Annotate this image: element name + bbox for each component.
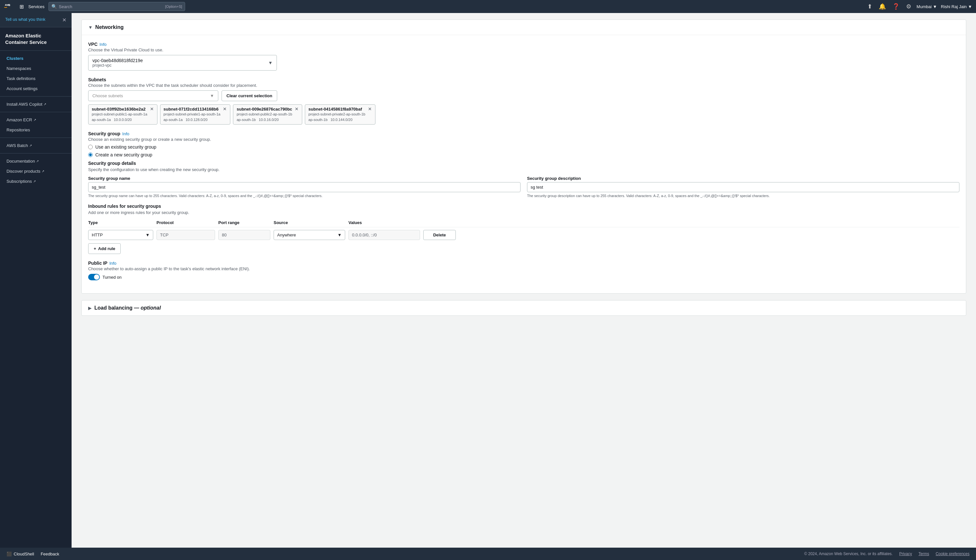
inbound-rules-title: Inbound rules for security groups — [88, 203, 959, 209]
sidebar-app-title: Amazon Elastic Container Service — [0, 27, 72, 51]
public-ip-toggle[interactable] — [88, 274, 100, 280]
vpc-selector[interactable]: vpc-0aeb48d6818fd219e project-vpc ▼ — [88, 55, 277, 70]
subnet-tag-3: subnet-04145861f8a970baf project-subnet-… — [305, 104, 375, 125]
col-values: Values — [349, 220, 420, 225]
load-balancing-section-header[interactable]: ▶ Load balancing — optional — [82, 300, 966, 315]
add-rule-button[interactable]: + Add rule — [88, 243, 121, 254]
search-icon: 🔍 — [52, 4, 57, 9]
subnet-remove-2[interactable]: ✕ — [295, 107, 299, 111]
grid-icon[interactable]: ⊞ — [20, 3, 24, 10]
feedback-button[interactable]: Feedback — [41, 552, 59, 557]
sidebar-item-documentation[interactable]: Documentation ↗ — [0, 156, 72, 166]
radio-new-sg-input[interactable] — [88, 153, 93, 157]
load-balancing-title: Load balancing — optional — [94, 305, 161, 311]
vpc-info-link[interactable]: Info — [100, 42, 107, 47]
inbound-rules-desc: Add one or more ingress rules for your s… — [88, 210, 959, 215]
sidebar-item-task-definitions[interactable]: Task definitions — [0, 73, 72, 83]
app-name-line1: Amazon Elastic Container Service — [5, 33, 67, 45]
inbound-source-select[interactable]: Anywhere ▼ — [274, 230, 345, 240]
subnet-tag-0: subnet-03ff92be1636be2a2 project-subnet-… — [88, 104, 157, 125]
sidebar-item-namespaces[interactable]: Namespaces — [0, 63, 72, 73]
region-selector[interactable]: Mumbai ▼ — [916, 4, 937, 9]
cookie-preferences-link[interactable]: Cookie preferences — [936, 552, 969, 556]
public-ip-field-group: Public IP Info Choose whether to auto-as… — [88, 260, 959, 280]
external-link-icon-batch: ↗ — [29, 144, 32, 147]
vpc-description: Choose the Virtual Private Cloud to use. — [88, 47, 959, 52]
external-link-icon-subs: ↗ — [33, 180, 36, 183]
sidebar-item-subscriptions[interactable]: Subscriptions ↗ — [0, 176, 72, 186]
public-ip-description: Choose whether to auto-assign a public I… — [88, 266, 959, 271]
sidebar-item-clusters[interactable]: Clusters — [0, 53, 72, 63]
search-bar[interactable]: 🔍 [Option+S] — [48, 2, 185, 11]
add-icon: + — [94, 246, 96, 251]
subnet-id-1: subnet-071f2cdd1134168b6 — [164, 107, 220, 112]
external-link-icon-ecr: ↗ — [33, 118, 36, 122]
vpc-dropdown-arrow: ▼ — [268, 60, 273, 65]
subnets-dropdown[interactable]: Choose subnets ▼ — [88, 90, 218, 101]
security-group-info-link[interactable]: Info — [122, 132, 130, 136]
sg-description-label: Security group description — [527, 176, 959, 181]
cloudshell-button[interactable]: ⬛ CloudShell — [7, 552, 34, 557]
sg-description-input[interactable] — [527, 182, 959, 192]
vpc-name: project-vpc — [92, 63, 143, 68]
sidebar-close-icon[interactable]: ✕ — [62, 17, 67, 23]
delete-rule-button[interactable]: Delete — [423, 230, 456, 240]
inbound-type-select[interactable]: HTTP ▼ — [88, 230, 153, 240]
inbound-protocol-input: TCP — [157, 230, 215, 240]
sg-description-field: Security group description The security … — [527, 176, 959, 198]
feedback-link[interactable]: Tell us what you think — [5, 17, 45, 22]
terms-link[interactable]: Terms — [918, 552, 929, 556]
sidebar-item-aws-batch[interactable]: AWS Batch ↗ — [0, 140, 72, 150]
external-link-icon-docs: ↗ — [36, 159, 39, 163]
inbound-rule-row: HTTP ▼ TCP 80 Anywhere ▼ 0.0.0.0/0, ::/0… — [88, 230, 959, 240]
upload-icon[interactable]: ⬆ — [866, 2, 874, 12]
radio-new-sg[interactable]: Create a new security group — [88, 152, 959, 157]
inbound-table-header: Type Protocol Port range Source Values — [88, 218, 959, 227]
sg-name-field: Security group name The security group n… — [88, 176, 521, 198]
networking-section: ▼ Networking VPC Info Choose the Virtual… — [81, 20, 966, 294]
sg-details-title: Security group details — [88, 161, 959, 166]
inbound-port-input: 80 — [218, 230, 270, 240]
user-menu[interactable]: Rishi Raj Jain ▼ — [941, 4, 972, 9]
main-content: ▼ Networking VPC Info Choose the Virtual… — [72, 13, 976, 560]
radio-new-sg-label: Create a new security group — [95, 152, 152, 157]
sidebar-item-repositories[interactable]: Repositories — [0, 125, 72, 135]
chevron-down-icon: ▼ — [88, 25, 93, 30]
subnet-remove-1[interactable]: ✕ — [223, 107, 227, 111]
col-port-range: Port range — [218, 220, 270, 225]
search-input[interactable] — [59, 4, 164, 9]
sidebar-item-account-settings[interactable]: Account settings — [0, 83, 72, 94]
sg-description-hint: The security group description can have … — [527, 193, 959, 198]
subnet-remove-3[interactable]: ✕ — [368, 107, 372, 111]
inbound-source-value: Anywhere — [277, 233, 296, 237]
aws-logo[interactable] — [4, 3, 16, 10]
subnets-placeholder: Choose subnets — [92, 93, 123, 98]
subnets-row: Choose subnets ▼ Clear current selection — [88, 90, 959, 101]
public-ip-info-link[interactable]: Info — [109, 261, 117, 266]
clear-selection-button[interactable]: Clear current selection — [222, 90, 277, 101]
external-link-icon: ↗ — [43, 102, 46, 106]
top-navigation: ⊞ Services 🔍 [Option+S] ⬆ 🔔 ❓ ⚙ Mumbai ▼… — [0, 0, 976, 13]
security-group-field-group: Security group Info Choose an existing s… — [88, 131, 959, 254]
sidebar-item-install-copilot[interactable]: Install AWS Copilot ↗ — [0, 99, 72, 109]
sidebar-nav: Clusters Namespaces Task definitions Acc… — [0, 51, 72, 189]
radio-existing-sg[interactable]: Use an existing security group — [88, 144, 959, 150]
sidebar-item-amazon-ecr[interactable]: Amazon ECR ↗ — [0, 115, 72, 125]
subnet-remove-0[interactable]: ✕ — [150, 107, 154, 111]
security-group-description: Choose an existing security group or cre… — [88, 137, 959, 142]
bell-icon[interactable]: 🔔 — [878, 2, 887, 12]
settings-icon[interactable]: ⚙ — [905, 2, 913, 12]
inbound-source-arrow: ▼ — [337, 233, 342, 237]
col-type: Type — [88, 220, 153, 225]
networking-section-header[interactable]: ▼ Networking — [82, 20, 966, 35]
services-link[interactable]: Services — [28, 4, 45, 9]
subnets-field-group: Subnets Choose the subnets within the VP… — [88, 77, 959, 125]
subnet-tag-2: subnet-009e26876cac790bc project-subnet-… — [233, 104, 302, 125]
privacy-link[interactable]: Privacy — [899, 552, 912, 556]
sidebar-item-discover-products[interactable]: Discover products ↗ — [0, 166, 72, 176]
sg-name-input[interactable] — [88, 182, 521, 192]
help-icon[interactable]: ❓ — [891, 2, 901, 12]
public-ip-row: Turned on — [88, 274, 959, 280]
radio-existing-sg-input[interactable] — [88, 145, 93, 149]
subnet-meta-1: project-subnet-private1-ap-south-1aap-so… — [164, 112, 220, 122]
